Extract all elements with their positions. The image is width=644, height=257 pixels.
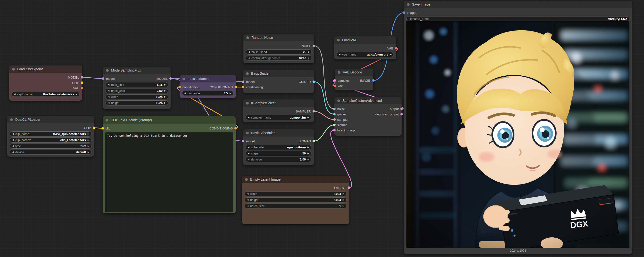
- increment-arrow[interactable]: ▶: [164, 84, 166, 86]
- increment-arrow[interactable]: ▶: [88, 151, 89, 153]
- input-port-clip[interactable]: [102, 127, 104, 129]
- decrement-arrow[interactable]: ◀: [248, 152, 250, 154]
- input-port-images[interactable]: [403, 11, 405, 14]
- widget-device[interactable]: ◀ device default ▶: [10, 150, 92, 155]
- decrement-arrow[interactable]: ◀: [184, 92, 186, 94]
- increment-arrow[interactable]: ▶: [88, 139, 89, 141]
- output-port-guider[interactable]: [312, 80, 315, 83]
- widget-sampler-name[interactable]: ◀ sampler_name dpmpp_2m ▶: [246, 115, 311, 120]
- widget-control-after-generate[interactable]: ◀ control after generate fixed ▶: [246, 55, 312, 61]
- node-collapse-dot[interactable]: [12, 68, 15, 70]
- increment-arrow[interactable]: ▶: [308, 116, 309, 119]
- node-collapse-dot[interactable]: [246, 102, 249, 104]
- output-port-denoised-output[interactable]: [400, 113, 403, 115]
- decrement-arrow[interactable]: ◀: [248, 51, 250, 53]
- widget-guidance[interactable]: ◀ guidance 3.5 ▶: [182, 91, 234, 96]
- widget-height[interactable]: ◀ height 1024 ▶: [244, 197, 346, 203]
- node-random-noise[interactable]: RandomNoise NOISE ◀ noise_seed 25 ▶ ◀ co…: [244, 34, 314, 63]
- input-port-conditioning[interactable]: [178, 86, 181, 88]
- node-basic-guider[interactable]: BasicGuider model GUIDER conditioning: [243, 70, 314, 93]
- decrement-arrow[interactable]: ◀: [12, 139, 14, 141]
- decrement-arrow[interactable]: ◀: [247, 199, 248, 201]
- output-port-vae[interactable]: [395, 47, 398, 49]
- input-port-sampler[interactable]: [333, 118, 336, 121]
- node-collapse-dot[interactable]: [246, 132, 249, 134]
- increment-arrow[interactable]: ▶: [88, 145, 89, 147]
- decrement-arrow[interactable]: ◀: [108, 102, 110, 104]
- decrement-arrow[interactable]: ◀: [248, 57, 250, 59]
- increment-arrow[interactable]: ▶: [164, 96, 166, 98]
- node-collapse-dot[interactable]: [407, 3, 410, 6]
- node-basic-scheduler[interactable]: BasicScheduler model SIGMAS ◀ scheduler …: [243, 129, 314, 165]
- widget-base-shift[interactable]: ◀ base_shift 0.50 ▶: [106, 88, 168, 93]
- input-port-conditioning[interactable]: [242, 86, 244, 88]
- prompt-textarea[interactable]: Toy Jensen holding a DGX Spark in a data…: [105, 132, 233, 212]
- decrement-arrow[interactable]: ◀: [12, 133, 14, 135]
- increment-arrow[interactable]: ▶: [76, 93, 78, 95]
- node-collapse-dot[interactable]: [338, 71, 340, 74]
- wire-sampler[interactable]: [314, 111, 334, 120]
- node-clip-text-encode[interactable]: CLIP Text Encode (Prompt) clip CONDITION…: [103, 116, 236, 213]
- widget-steps[interactable]: ◀ steps 50 ▶: [246, 151, 311, 156]
- increment-arrow[interactable]: ▶: [230, 92, 231, 94]
- decrement-arrow[interactable]: ◀: [247, 193, 248, 195]
- input-port-guider[interactable]: [333, 113, 336, 115]
- widget-clip-name1[interactable]: ◀ clip_name1 t5xxl_fp16.safetensors ▶: [10, 131, 92, 137]
- output-port-noise[interactable]: [313, 45, 316, 47]
- increment-arrow[interactable]: ▶: [308, 51, 310, 53]
- node-collapse-dot[interactable]: [337, 99, 340, 102]
- node-collapse-dot[interactable]: [106, 119, 108, 121]
- decrement-arrow[interactable]: ◀: [108, 84, 110, 86]
- widget-scheduler[interactable]: ◀ scheduler sgm_uniform ▶: [246, 145, 311, 150]
- output-port-sampler[interactable]: [312, 110, 315, 112]
- output-port-image[interactable]: [372, 79, 374, 82]
- node-collapse-dot[interactable]: [246, 36, 249, 39]
- input-port-samples[interactable]: [334, 79, 336, 82]
- widget-type[interactable]: ◀ type flux ▶: [10, 144, 92, 149]
- increment-arrow[interactable]: ▶: [88, 133, 89, 135]
- widget-width[interactable]: ◀ width 1024 ▶: [106, 94, 168, 99]
- widget-max-shift[interactable]: ◀ max_shift 1.15 ▶: [106, 82, 168, 87]
- input-port-model[interactable]: [102, 77, 104, 80]
- widget-batch-size[interactable]: ◀ batch_size 1 ▶: [244, 203, 346, 209]
- decrement-arrow[interactable]: ◀: [248, 116, 250, 119]
- output-port-clip[interactable]: [93, 127, 95, 129]
- increment-arrow[interactable]: ▶: [343, 199, 344, 201]
- widget-clip-name2[interactable]: ◀ clip_name2 clip_l.safetensors ▶: [10, 137, 92, 143]
- decrement-arrow[interactable]: ◀: [12, 151, 14, 153]
- node-ksampler-select[interactable]: KSamplerSelect SAMPLER ◀ sampler_name dp…: [243, 99, 314, 122]
- increment-arrow[interactable]: ▶: [343, 205, 344, 207]
- node-collapse-dot[interactable]: [10, 118, 13, 121]
- widget-vae-name[interactable]: ◀ vae_name ae.safetensors ▶: [336, 52, 394, 57]
- node-load-vae[interactable]: Load VAE VAE ◀ vae_name ae.safetensors ▶: [334, 36, 396, 59]
- decrement-arrow[interactable]: ◀: [248, 146, 250, 148]
- output-port-model[interactable]: [169, 77, 172, 80]
- widget-noise-seed[interactable]: ◀ noise_seed 25 ▶: [246, 49, 312, 54]
- widget-width[interactable]: ◀ width 1024 ▶: [244, 191, 346, 196]
- input-port-latent-image[interactable]: [333, 129, 336, 131]
- node-collapse-dot[interactable]: [337, 39, 340, 41]
- node-dual-clip-loader[interactable]: DualCLIPLoader CLIP ◀ clip_name1 t5xxl_f…: [7, 116, 94, 157]
- output-port-clip[interactable]: [81, 81, 83, 84]
- increment-arrow[interactable]: ▶: [390, 53, 392, 55]
- output-port-conditioning[interactable]: [234, 127, 237, 129]
- input-port-model[interactable]: [242, 140, 244, 142]
- input-port-model[interactable]: [242, 80, 244, 83]
- output-port-latent[interactable]: [348, 187, 350, 189]
- node-collapse-dot[interactable]: [182, 78, 185, 80]
- widget-filename-prefix[interactable]: filename_prefix MarkuryFLUX: [406, 16, 630, 21]
- widget-ckpt-name[interactable]: ◀ ckpt_name flux1-dev.safetensors ▶: [12, 92, 80, 97]
- node-load-checkpoint[interactable]: Load Checkpoint MODEL CLIP VAE ◀ ckpt_na…: [9, 65, 82, 101]
- widget-denoise[interactable]: ◀ denoise 1.00 ▶: [246, 157, 311, 162]
- node-collapse-dot[interactable]: [245, 178, 248, 181]
- decrement-arrow[interactable]: ◀: [247, 205, 248, 207]
- node-sampler-custom-advanced[interactable]: SamplerCustomAdvanced noise output guide…: [334, 97, 402, 136]
- node-vae-decode[interactable]: VAE Decode samples IMAGE vae: [335, 69, 373, 90]
- decrement-arrow[interactable]: ◀: [108, 96, 110, 98]
- decrement-arrow[interactable]: ◀: [339, 53, 340, 55]
- increment-arrow[interactable]: ▶: [308, 57, 310, 59]
- node-save-image[interactable]: Save Image images filename_prefix Markur…: [404, 1, 632, 254]
- node-empty-latent-image[interactable]: Empty Latent Image LATENT ◀ width 1024 ▶…: [242, 176, 349, 224]
- decrement-arrow[interactable]: ◀: [14, 93, 16, 95]
- output-port-output[interactable]: [400, 108, 403, 110]
